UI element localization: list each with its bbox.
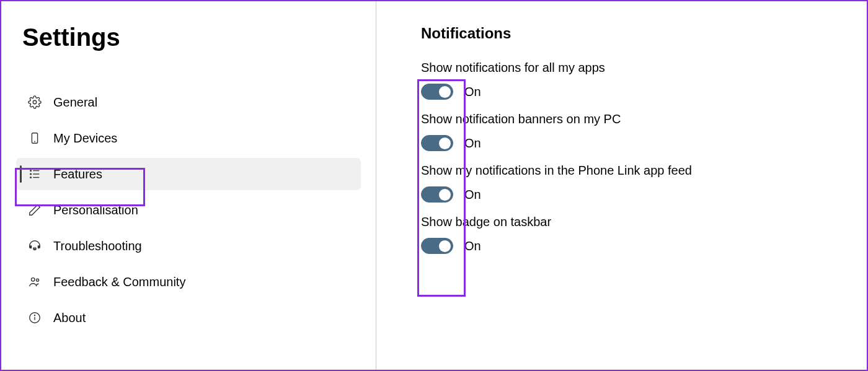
sidebar-item-label: Feedback & Community — [53, 275, 185, 289]
sidebar-item-label: Troubleshooting — [53, 239, 142, 253]
svg-point-8 — [30, 177, 32, 178]
setting-row: Show badge on taskbar On — [421, 215, 867, 254]
toggle-state: On — [464, 188, 481, 202]
toggle-state: On — [464, 239, 481, 253]
setting-row: Show my notifications in the Phone Link … — [421, 164, 867, 203]
setting-label: Show my notifications in the Phone Link … — [421, 164, 867, 178]
toggle-show-notification-banners[interactable] — [421, 135, 453, 151]
svg-point-15 — [34, 315, 35, 316]
toggle-state: On — [464, 85, 481, 99]
info-icon — [27, 310, 42, 325]
headset-help-icon: ? — [27, 238, 42, 253]
people-icon — [27, 274, 42, 289]
setting-label: Show notifications for all my apps — [421, 61, 867, 75]
sidebar-item-general[interactable]: General — [16, 86, 361, 118]
sidebar-item-about[interactable]: About — [16, 302, 361, 334]
pen-icon — [27, 203, 42, 217]
sidebar-item-troubleshooting[interactable]: ? Troubleshooting — [16, 230, 361, 262]
list-icon — [27, 167, 42, 181]
toggle-show-notifications-all-apps[interactable] — [421, 84, 453, 100]
svg-point-0 — [33, 100, 37, 104]
svg-point-12 — [37, 279, 39, 281]
setting-label: Show badge on taskbar — [421, 215, 867, 229]
setting-label: Show notification banners on my PC — [421, 112, 867, 126]
sidebar-item-label: My Devices — [53, 131, 117, 146]
sidebar: Settings General My Devices Features Per… — [1, 1, 376, 370]
sidebar-item-my-devices[interactable]: My Devices — [16, 122, 361, 154]
phone-icon — [27, 131, 42, 146]
setting-row: Show notifications for all my apps On — [421, 61, 867, 100]
sidebar-item-label: Features — [53, 167, 102, 181]
sidebar-item-label: Personalisation — [53, 203, 138, 217]
setting-row: Show notification banners on my PC On — [421, 112, 867, 151]
sidebar-item-features[interactable]: Features — [16, 158, 361, 190]
toggle-show-notifications-feed[interactable] — [421, 186, 453, 203]
sidebar-item-label: General — [53, 95, 97, 110]
svg-point-7 — [30, 173, 32, 175]
sidebar-item-label: About — [53, 311, 86, 325]
svg-point-6 — [30, 170, 32, 172]
section-title: Notifications — [421, 25, 867, 42]
sidebar-item-personalisation[interactable]: Personalisation — [16, 194, 361, 226]
svg-point-11 — [32, 278, 35, 282]
main-content: Notifications Show notifications for all… — [376, 1, 867, 370]
toggle-state: On — [464, 136, 481, 151]
gear-icon — [27, 95, 42, 110]
page-title: Settings — [22, 24, 363, 51]
toggle-show-badge-taskbar[interactable] — [421, 238, 453, 254]
sidebar-item-feedback-community[interactable]: Feedback & Community — [16, 266, 361, 298]
